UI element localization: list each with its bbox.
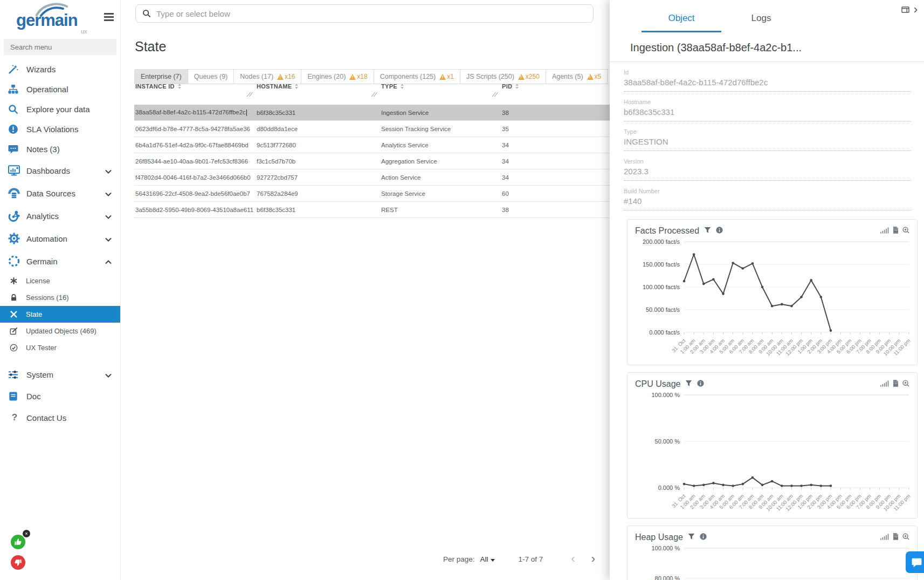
cell: 60 bbox=[501, 190, 610, 197]
chat-button[interactable] bbox=[906, 551, 924, 573]
check-circle-icon bbox=[10, 344, 22, 352]
sidebar-item-automation[interactable]: Automation bbox=[0, 227, 120, 250]
cell: f3c1c5d7b70b bbox=[256, 158, 380, 165]
column-label: HOSTNAME bbox=[257, 83, 292, 90]
per-page-select[interactable]: All bbox=[480, 555, 495, 563]
thumbs-up-button[interactable] bbox=[11, 535, 25, 549]
sidebar-search-input[interactable] bbox=[4, 39, 116, 55]
column-header-type[interactable]: TYPE bbox=[380, 79, 501, 98]
sidebar-item-sessions[interactable]: Sessions (16) bbox=[0, 289, 120, 306]
prev-page-button[interactable]: ‹ bbox=[571, 554, 575, 564]
cell: Aggregation Service bbox=[380, 158, 501, 165]
next-page-button[interactable]: › bbox=[591, 554, 595, 564]
filter-icon[interactable] bbox=[704, 226, 711, 236]
close-icon[interactable]: × bbox=[23, 530, 30, 537]
column-header-hostname[interactable]: HOSTNAME bbox=[256, 79, 380, 98]
sidebar-item-label: System bbox=[26, 370, 53, 379]
hamburger-menu-icon[interactable] bbox=[104, 13, 114, 23]
sidebar-item-state[interactable]: State bbox=[0, 306, 120, 323]
zoom-in-icon[interactable] bbox=[902, 226, 909, 236]
chart-card-heap-usage: Heap UsageCSV100.000 %80.000 % bbox=[627, 526, 918, 580]
filter-icon[interactable] bbox=[685, 379, 692, 389]
detail-panel: ObjectLogs Ingestion (38aa58af-b8ef-4a2c… bbox=[610, 0, 924, 580]
panel-tab-object[interactable]: Object bbox=[642, 13, 721, 32]
column-header-instance-id[interactable]: INSTANCE ID bbox=[134, 79, 256, 98]
bar-chart-icon[interactable] bbox=[880, 533, 889, 542]
table-row[interactable]: 0623df6d-b78e-4777-8c5a-94278fa5ae36d80d… bbox=[134, 121, 610, 137]
csv-export-icon[interactable]: CSV bbox=[893, 533, 899, 542]
sidebar-item-notes[interactable]: Notes (3) bbox=[0, 139, 120, 159]
column-header-pid[interactable]: PID bbox=[501, 79, 610, 98]
table-row[interactable]: 6b4a1d76-51ef-4d2a-9f0c-67fae88469bd9c51… bbox=[134, 137, 610, 153]
info-icon[interactable] bbox=[700, 533, 707, 542]
sidebar-menu: WizardsOperationalExplore your dataSLA V… bbox=[0, 59, 120, 272]
sidebar-item-wizards[interactable]: Wizards bbox=[0, 59, 120, 79]
sidebar-item-analytics[interactable]: Analytics bbox=[0, 204, 120, 227]
panel-tab-logs[interactable]: Logs bbox=[721, 13, 801, 32]
sort-icon[interactable] bbox=[295, 84, 298, 89]
panel-tabs: ObjectLogs bbox=[642, 13, 924, 32]
sidebar-item-explore-your-data[interactable]: Explore your data bbox=[0, 99, 120, 119]
chart-title: CPU Usage bbox=[635, 379, 680, 389]
table-row[interactable]: f47802d4-0046-416f-b7a2-3e3466d066b09272… bbox=[134, 169, 610, 186]
sidebar-item-updated-objects[interactable]: Updated Objects (469) bbox=[0, 323, 120, 339]
info-icon[interactable] bbox=[697, 379, 704, 389]
svg-text:0.000 fact/s: 0.000 fact/s bbox=[649, 329, 680, 336]
sidebar-item-sla-violations[interactable]: SLA Violations bbox=[0, 119, 120, 139]
svg-text:CSV: CSV bbox=[894, 383, 898, 385]
sidebar-item-system[interactable]: System bbox=[0, 364, 120, 385]
cell: b6f38c35c331 bbox=[256, 207, 380, 213]
csv-export-icon[interactable]: CSV bbox=[893, 379, 899, 389]
table-row[interactable]: 3a55b8d2-5950-49b9-8069-43510a8ae611b6f3… bbox=[134, 202, 610, 218]
object-fields: Id38aa58af-b8ef-4a2c-b115-472d76ffbe2cHo… bbox=[610, 69, 924, 210]
table-row[interactable]: 56431696-22cf-4508-9ea2-bde56f0ae0b77675… bbox=[134, 186, 610, 202]
column-resize-handle[interactable] bbox=[492, 92, 499, 97]
collapse-right-icon[interactable] bbox=[914, 5, 918, 15]
csv-export-icon[interactable]: CSV bbox=[893, 226, 899, 236]
gear-icon bbox=[8, 233, 21, 244]
page-range-label: 1-7 of 7 bbox=[519, 555, 543, 563]
sort-icon[interactable] bbox=[401, 84, 404, 89]
column-resize-handle[interactable] bbox=[247, 92, 253, 97]
chevron-down-icon bbox=[105, 189, 112, 198]
chart-title: Heap Usage bbox=[635, 533, 683, 542]
svg-text:CSV: CSV bbox=[894, 536, 898, 538]
chevron-down-icon bbox=[491, 559, 495, 562]
sidebar-item-operational[interactable]: Operational bbox=[0, 79, 120, 99]
global-search-bar[interactable] bbox=[135, 4, 594, 23]
chart-plot: 100.000 %50.000 %0.000 %31. Oct1:00 am2:… bbox=[628, 391, 917, 515]
sidebar-item-data-sources[interactable]: Data Sources bbox=[0, 182, 120, 204]
sidebar-item-dashboards[interactable]: Dashboards bbox=[0, 159, 120, 182]
sidebar-item-contact-us[interactable]: ?Contact Us bbox=[0, 407, 120, 428]
bar-chart-icon[interactable] bbox=[880, 226, 889, 236]
sidebar-item-ux-tester[interactable]: UX Tester bbox=[0, 339, 120, 356]
table-row[interactable]: 26f85344-ae10-40aa-9b01-7efc53cf8366f3c1… bbox=[134, 153, 610, 169]
sidebar-item-license[interactable]: License bbox=[0, 272, 120, 289]
sidebar-item-germain[interactable]: Germain bbox=[0, 250, 120, 272]
cell: Action Service bbox=[380, 174, 501, 181]
table-row[interactable]: 38aa58af-b8ef-4a2c-b115-472d76ffbe2cb6f3… bbox=[134, 105, 610, 121]
column-resize-handle[interactable] bbox=[371, 92, 378, 97]
field-label: Build Number bbox=[624, 188, 911, 194]
sidebar-item-label: Notes (3) bbox=[26, 145, 60, 154]
svg-text:CSV: CSV bbox=[894, 230, 898, 232]
filter-icon[interactable] bbox=[688, 533, 695, 542]
info-icon[interactable] bbox=[716, 226, 723, 236]
field-label: Id bbox=[624, 69, 911, 76]
sort-icon[interactable] bbox=[515, 84, 519, 89]
cell: Storage Service bbox=[380, 190, 501, 197]
sidebar-item-doc[interactable]: Doc bbox=[0, 385, 120, 407]
dashboard-icon bbox=[8, 165, 21, 176]
thumbs-down-button[interactable] bbox=[11, 555, 25, 570]
zoom-in-icon[interactable] bbox=[902, 533, 909, 542]
sort-icon[interactable] bbox=[178, 84, 181, 89]
search-input[interactable] bbox=[156, 9, 587, 18]
germain-logo: germain ux bbox=[0, 0, 120, 37]
window-layout-icon[interactable] bbox=[901, 5, 909, 15]
sitemap-icon bbox=[8, 84, 21, 95]
table-body: 38aa58af-b8ef-4a2c-b115-472d76ffbe2cb6f3… bbox=[134, 105, 610, 218]
chart-card-facts-processed: Facts ProcessedCSV200.000 fact/s150.000 … bbox=[627, 219, 918, 365]
zoom-in-icon[interactable] bbox=[902, 379, 909, 389]
cell: Ingestion Service bbox=[380, 110, 501, 116]
bar-chart-icon[interactable] bbox=[880, 379, 889, 389]
